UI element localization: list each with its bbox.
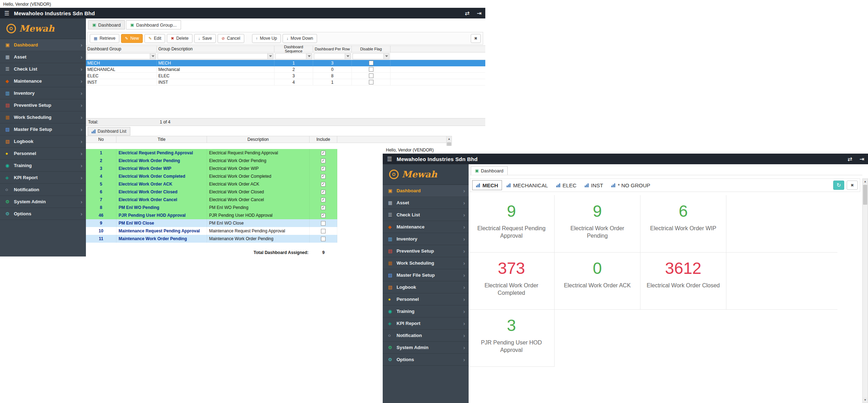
column-header-disable-flag[interactable]: Disable Flag <box>352 46 391 52</box>
filter-funnel-button[interactable] <box>306 54 312 59</box>
column-filter-input[interactable] <box>275 53 312 59</box>
dashboard-list-row[interactable]: 6Electrical Work Order ClosedElectrical … <box>86 188 337 196</box>
edit-button[interactable]: ✎Edit <box>144 34 165 43</box>
sidebar-item-check-list[interactable]: ☰Check List› <box>0 63 86 75</box>
column-header-group-description[interactable]: Group Description <box>157 46 274 52</box>
table-row[interactable]: MECHANICAL Mechanical 2 0 ✓ <box>86 66 485 73</box>
delete-button[interactable]: ✖Delete <box>167 34 192 43</box>
filter-funnel-button[interactable] <box>150 54 155 59</box>
include-checkbox[interactable]: ✓ <box>321 229 326 233</box>
disable-flag-checkbox[interactable]: ✓ <box>369 61 373 65</box>
sidebar-item-inventory[interactable]: ▥Inventory› <box>0 87 86 99</box>
dashboard-list-row[interactable]: 46PJR Pending User HOD ApprovalPJR Pendi… <box>86 211 337 219</box>
include-checkbox[interactable]: ✓ <box>321 166 326 171</box>
move-up-button[interactable]: ↑Move Up <box>252 34 281 43</box>
hamburger-menu-icon[interactable]: ☰ <box>4 10 9 17</box>
sidebar-item-dashboard[interactable]: ▣Dashboard› <box>0 39 86 51</box>
dashboard-list-row[interactable]: 8PM EnI WO PendingPM EnI WO Pending✓ <box>86 204 337 211</box>
include-checkbox[interactable]: ✓ <box>321 190 326 194</box>
filter-funnel-button[interactable] <box>383 54 389 59</box>
sidebar-item-preventive-setup[interactable]: ▤Preventive Setup› <box>0 99 86 111</box>
dashboard-list-row[interactable]: 11Maintenance Work Order PendingMaintena… <box>86 235 337 243</box>
tab-dashboard-list[interactable]: Dashboard List <box>88 127 130 136</box>
scroll-up-arrow[interactable]: ▲ <box>447 136 452 142</box>
new-button[interactable]: ✎New <box>121 34 143 43</box>
tab-dashboard[interactable]: ▣Dashboard <box>88 20 125 29</box>
sidebar-item-check-list[interactable]: ☰Check List› <box>383 209 469 221</box>
dashboard-list-row[interactable]: 5Electrical Work Order ACKElectrical Wor… <box>86 180 337 188</box>
sidebar-item-logbook[interactable]: ▧Logbook› <box>0 136 86 148</box>
disable-flag-checkbox[interactable]: ✓ <box>369 73 373 78</box>
sidebar-item-asset[interactable]: ▦Asset› <box>383 197 469 209</box>
sidebar-item-system-admin[interactable]: ⚙System Admin› <box>0 196 86 208</box>
sidebar-item-work-scheduling[interactable]: ▦Work Scheduling› <box>383 257 469 269</box>
logout-icon[interactable]: ⇥ <box>856 156 868 162</box>
column-header-description[interactable]: Description <box>207 136 310 143</box>
swap-view-icon[interactable]: ⇄ <box>461 10 473 17</box>
tab-dashboard-group[interactable]: ▣Dashboard Group... <box>126 20 181 29</box>
include-checkbox[interactable]: ✓ <box>321 221 326 226</box>
column-filter-input[interactable] <box>314 53 351 59</box>
disable-flag-checkbox[interactable]: ✓ <box>369 80 373 84</box>
sidebar-item-options[interactable]: ⚙Options› <box>0 208 86 220</box>
move-down-button[interactable]: ↓Move Down <box>283 34 317 43</box>
sidebar-item-asset[interactable]: ▦Asset› <box>0 51 86 63</box>
sidebar-item-notification[interactable]: ○Notification› <box>0 184 86 196</box>
sidebar-item-inventory[interactable]: ▥Inventory› <box>383 233 469 245</box>
include-checkbox[interactable]: ✓ <box>321 174 326 179</box>
sidebar-item-personnel[interactable]: ●Personnel› <box>383 293 469 305</box>
group-tab-mechanical[interactable]: MECHANICAL <box>503 180 551 190</box>
scroll-up-arrow[interactable]: ▲ <box>863 179 868 184</box>
close-dashboard-button[interactable]: ✖ <box>847 181 858 190</box>
column-header-include[interactable]: Include <box>310 136 337 143</box>
column-header-dashboard-group[interactable]: Dashboard Group <box>86 46 157 52</box>
column-header-dashboard-sequence[interactable]: Dashboard Sequence <box>274 46 313 52</box>
sidebar-item-work-scheduling[interactable]: ▦Work Scheduling› <box>0 111 86 123</box>
logout-icon[interactable]: ⇥ <box>473 10 485 17</box>
column-filter-input[interactable] <box>158 53 273 59</box>
cancel-button[interactable]: ⊘Cancel <box>218 34 244 43</box>
close-panel-button[interactable]: ✖ <box>471 34 481 43</box>
dashboard-list-row[interactable]: 2Electrical Work Order PendingElectrical… <box>86 157 337 165</box>
sidebar-item-logbook[interactable]: ▧Logbook› <box>383 281 469 293</box>
dashboard-list-row[interactable]: 7Electrical Work Order CancelElectrical … <box>86 196 337 204</box>
include-checkbox[interactable]: ✓ <box>321 151 326 155</box>
column-header-title[interactable]: Title <box>116 136 207 143</box>
dashboard-list-row[interactable]: 1Electrical Request Pending ApprovalElec… <box>86 149 337 157</box>
dashboard-list-row[interactable]: 10Maintenance Request Pending ApprovalMa… <box>86 227 337 235</box>
sidebar-item-master-file-setup[interactable]: ▨Master File Setup› <box>0 123 86 136</box>
sidebar-item-maintenance[interactable]: ◆Maintenance› <box>0 75 86 87</box>
dashboard-list-row[interactable]: 4Electrical Work Order CompletedElectric… <box>86 172 337 180</box>
hamburger-menu-icon[interactable]: ☰ <box>387 156 392 162</box>
sidebar-item-training[interactable]: ◉Training› <box>383 305 469 318</box>
sidebar-item-maintenance[interactable]: ◆Maintenance› <box>383 221 469 233</box>
column-filter-input[interactable] <box>353 53 389 59</box>
group-tab-no-group[interactable]: * NO GROUP <box>608 180 654 190</box>
include-checkbox[interactable]: ✓ <box>321 237 326 241</box>
include-checkbox[interactable]: ✓ <box>321 159 326 163</box>
sidebar-item-options[interactable]: ⚙Options› <box>383 354 469 366</box>
include-checkbox[interactable]: ✓ <box>321 182 326 187</box>
scroll-down-arrow[interactable]: ▼ <box>863 397 868 403</box>
sidebar-item-kpi-report[interactable]: ◈KPI Report› <box>0 172 86 184</box>
group-tab-mech[interactable]: MECH <box>472 180 502 190</box>
filter-funnel-button[interactable] <box>267 54 273 59</box>
group-tab-inst[interactable]: INST <box>581 180 607 190</box>
table-row[interactable]: MECH MECH 1 3 ✓ <box>86 60 485 66</box>
table-row[interactable]: INST INST 4 1 ✓ <box>86 79 485 85</box>
dashboard-list-row[interactable]: 9PM EnI WO ClosePM EnI WO Close✓ <box>86 219 337 227</box>
dashboard-list-row[interactable]: 3Electrical Work Order WIPElectrical Wor… <box>86 165 337 172</box>
include-checkbox[interactable]: ✓ <box>321 213 326 218</box>
group-tab-elec[interactable]: ELEC <box>553 180 580 190</box>
page-scrollbar[interactable]: ▲ ▼ <box>862 178 868 403</box>
sidebar-item-notification[interactable]: ○Notification› <box>383 330 469 342</box>
sidebar-item-dashboard[interactable]: ▣Dashboard› <box>383 185 469 197</box>
sidebar-item-training[interactable]: ◉Training› <box>0 160 86 172</box>
tab-dashboard[interactable]: ▣Dashboard <box>471 166 508 175</box>
column-header-no[interactable]: No <box>86 136 116 143</box>
sidebar-item-system-admin[interactable]: ⚙System Admin› <box>383 342 469 354</box>
column-filter-input[interactable] <box>87 53 156 59</box>
include-checkbox[interactable]: ✓ <box>321 205 326 210</box>
sidebar-item-kpi-report[interactable]: ◈KPI Report› <box>383 318 469 330</box>
sidebar-item-preventive-setup[interactable]: ▤Preventive Setup› <box>383 245 469 257</box>
